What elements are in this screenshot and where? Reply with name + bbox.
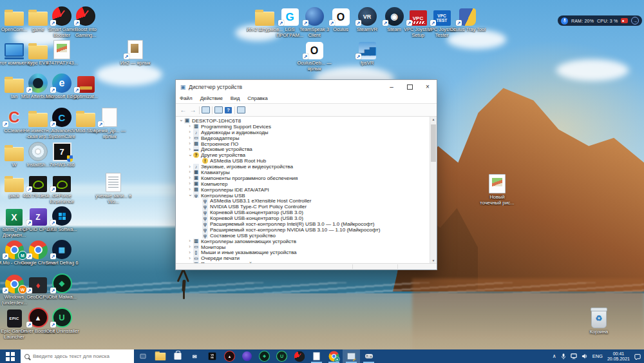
tree-expand-icon[interactable]: › xyxy=(187,152,193,158)
taskbar-purple-app[interactable] xyxy=(238,349,256,363)
notification-center-icon[interactable] xyxy=(634,353,641,360)
taskbar-iobit-malware-fighter[interactable]: ◆ xyxy=(256,349,273,363)
tree-expand-icon[interactable]: › xyxy=(187,187,193,192)
desktop-icon-dxb-26[interactable]: ↗DXB Softwa... xyxy=(44,205,80,233)
maximize-button[interactable] xyxy=(401,80,419,93)
tree-expand-icon[interactable]: › xyxy=(187,256,193,261)
desktop-icon-oculus-45[interactable]: O↗OculusDeb... — ярлык xyxy=(296,39,332,72)
tree-item[interactable]: ψРасширяемый хост-контроллер Intel(R) US… xyxy=(176,221,430,227)
desktop-icon-image-doc-47[interactable]: Новый точечный рис... xyxy=(479,173,515,206)
taskbar-microsoft-store[interactable] xyxy=(169,349,186,363)
tree-item[interactable]: ›▭Видеоадаптеры xyxy=(176,135,430,141)
tree-item[interactable]: ›ψКонтроллеры USB xyxy=(176,193,430,199)
tree-item[interactable]: ›▥Programming Support Devices xyxy=(176,124,430,130)
tree-item[interactable]: ›♪Аудиовходы и аудиовыходы xyxy=(176,130,430,135)
vertical-scrollbar[interactable]: ▲ ▼ xyxy=(430,117,437,263)
start-button[interactable] xyxy=(0,349,21,363)
tree-expand-icon[interactable]: › xyxy=(187,141,193,146)
taskbar-device-manager[interactable] xyxy=(343,349,360,363)
tree-item[interactable]: ›▣DESKTOP-1DHC6T8 xyxy=(176,118,430,124)
taskbar-notepad[interactable] xyxy=(308,349,325,363)
taskbar-search[interactable] xyxy=(21,349,134,363)
scroll-down-icon[interactable]: ▼ xyxy=(430,259,437,262)
menu-item-2[interactable]: Вид xyxy=(227,95,243,101)
desktop-icon-optimizer-11[interactable]: ↗Optimizat... xyxy=(68,72,104,100)
record-icon[interactable] xyxy=(621,18,628,23)
desktop-icon-sgb-3[interactable]: ↗Boost into Gaming... xyxy=(68,5,104,38)
tree-item[interactable]: !ASMedia USB Root Hub xyxy=(176,158,430,164)
window-titlebar[interactable]: ▣ Диспетчер устройств – × xyxy=(176,80,437,93)
tree-item[interactable]: ψРасширяемый хост-контроллер NVIDIA USB … xyxy=(176,227,430,233)
taskbar-iobit-uninstaller[interactable]: U xyxy=(273,349,290,363)
tree-item[interactable]: ›▦Клавиатуры xyxy=(176,170,430,175)
tree-expand-icon[interactable]: › xyxy=(187,130,193,135)
desktop-icon-image-doc-6[interactable]: #747РАТУ43... xyxy=(44,39,80,66)
desktop-icon-nvidia-22[interactable]: ↗GeForce Experience xyxy=(44,172,80,204)
scan-hardware-changes-button[interactable] xyxy=(236,106,246,115)
tree-item[interactable]: ›▥Контроллеры запоминающих устройств xyxy=(176,239,430,244)
tree-item[interactable]: ψNVIDIA USB Type-C Port Policy Controlle… xyxy=(176,204,430,210)
tree-expand-icon[interactable]: › xyxy=(187,239,193,244)
tree-expand-icon[interactable]: › xyxy=(187,147,193,152)
language-indicator[interactable]: ENG xyxy=(592,353,603,359)
game-booster-overlay[interactable]: RAM: 20% CPU: 3 % → xyxy=(558,15,642,26)
tree-item[interactable]: ›▤Встроенное ПО xyxy=(176,141,430,147)
tray-chevron-icon[interactable]: ∧ xyxy=(553,353,556,359)
overlay-expand-icon[interactable]: → xyxy=(631,17,639,25)
minimize-button[interactable]: – xyxy=(383,80,401,93)
tree-item[interactable]: ›▭Очереди печати xyxy=(176,255,430,261)
desktop-icon-imf-32[interactable]: ◆↗IObit Malwa... xyxy=(44,273,80,300)
tree-expand-icon[interactable]: › xyxy=(187,164,193,170)
desktop-icon-iu-35[interactable]: U↗IObit Uninstaller xyxy=(44,307,80,335)
tree-item[interactable]: ›▣Компоненты программного обеспечения xyxy=(176,175,430,181)
microphone-tray-icon[interactable] xyxy=(561,353,566,360)
tree-expand-icon[interactable]: › xyxy=(187,193,193,199)
tree-item[interactable]: ψКорневой USB-концентратор (USB 3.0) xyxy=(176,210,430,215)
forward-button[interactable]: → xyxy=(188,106,198,115)
menu-item-1[interactable]: Действие xyxy=(196,95,227,101)
tree-expand-icon[interactable]: › xyxy=(187,181,193,186)
desktop-icon-page-lines-23[interactable]: ученые запи... в Wo... xyxy=(95,172,131,204)
tree-expand-icon[interactable]: › xyxy=(187,124,193,129)
help-button[interactable]: ? xyxy=(223,106,233,115)
tree-expand-icon[interactable]: › xyxy=(187,170,193,175)
scrollbar-thumb[interactable] xyxy=(431,124,436,162)
clock[interactable]: 00:41 20.05.2021 xyxy=(607,351,630,362)
tree-expand-icon[interactable]: › xyxy=(178,118,184,124)
back-button[interactable]: ← xyxy=(178,106,188,115)
tree-expand-icon[interactable]: › xyxy=(187,250,193,255)
tree-item[interactable]: ›▣Компьютер xyxy=(176,181,430,187)
taskbar-file-explorer[interactable] xyxy=(151,349,169,363)
close-button[interactable]: × xyxy=(419,80,437,93)
taskbar-mail[interactable]: ✉ xyxy=(186,349,204,363)
taskbar-task-view[interactable] xyxy=(134,349,151,363)
tree-item[interactable]: ›▯Мыши и иные указывающие устройства xyxy=(176,250,430,255)
taskbar-vjoy[interactable] xyxy=(360,349,377,363)
desktop-icon-sd6-29[interactable]: ▦↗Smart Defrag 6 xyxy=(44,239,80,266)
desktop-icon-ott-44[interactable]: ↗Oculus Tray Tool xyxy=(450,5,486,33)
tree-item[interactable]: ψASMedia USB3.1 eXtensible Host Controll… xyxy=(176,198,430,204)
desktop-icon-page-16[interactable]: ↗время_др... — ярлык xyxy=(91,106,128,139)
desktop-icon-recycle-48[interactable]: ♻Корзина xyxy=(581,308,617,335)
show-console-tree-button[interactable] xyxy=(201,106,211,115)
menu-item-3[interactable]: Справка xyxy=(243,95,271,101)
tree-item[interactable]: ψСоставное USB устройство xyxy=(176,233,430,239)
tree-expand-icon[interactable]: › xyxy=(187,135,193,141)
network-tray-icon[interactable] xyxy=(571,353,577,359)
tree-item[interactable]: ψКорневой USB-концентратор (USB 3.0) xyxy=(176,215,430,221)
search-input[interactable] xyxy=(33,353,130,359)
scroll-up-icon[interactable]: ▲ xyxy=(430,117,437,121)
overlay-mic-icon[interactable] xyxy=(561,17,568,25)
taskbar-vr-ns[interactable]: VR NS xyxy=(204,349,221,363)
volume-tray-icon[interactable] xyxy=(582,353,588,359)
tree-item[interactable]: ›♪Звуковые, игровые и видеоустройства xyxy=(176,164,430,170)
desktop-icon-fpsvr-46[interactable]: ▂▅▇↗fpsVR xyxy=(349,39,385,66)
taskbar-chrome-profile[interactable]: M xyxy=(325,349,343,363)
tree-expand-icon[interactable]: › xyxy=(187,244,193,250)
tree-item[interactable]: ›▬Дисковые устройства xyxy=(176,146,430,152)
tree-item[interactable]: ›?Другие устройства xyxy=(176,152,430,158)
tree-expand-icon[interactable]: › xyxy=(187,175,193,181)
taskbar-driver-booster[interactable]: ▲ xyxy=(221,349,238,363)
menu-item-0[interactable]: Файл xyxy=(176,95,196,101)
desktop-icon-7t-19[interactable]: 77xHW3-x86 xyxy=(44,141,80,168)
